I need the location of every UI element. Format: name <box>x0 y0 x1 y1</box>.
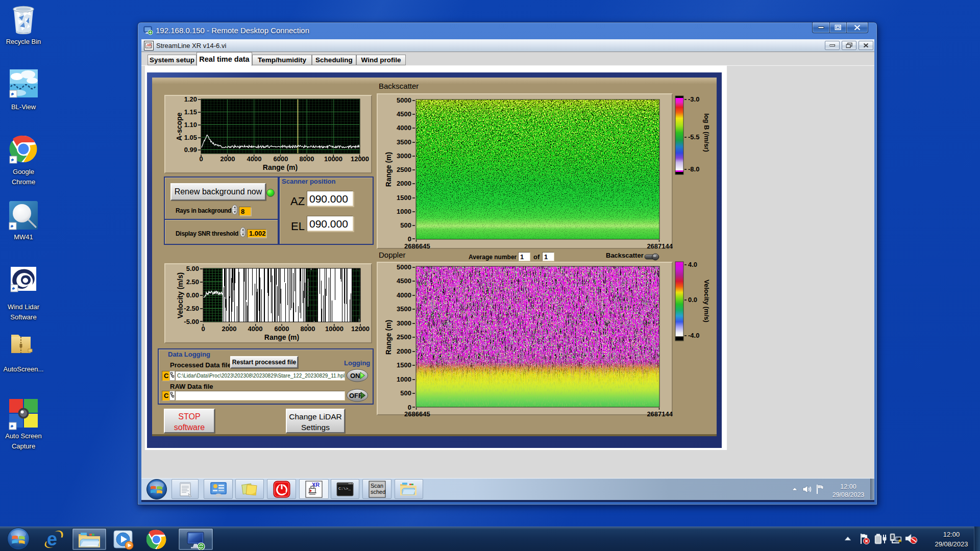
svg-text:1.15: 1.15 <box>184 108 197 116</box>
svg-text:Range (m): Range (m) <box>384 152 393 187</box>
svg-text:2.50: 2.50 <box>186 278 199 286</box>
svg-text:5.00: 5.00 <box>186 265 199 272</box>
svg-text:Range (m): Range (m) <box>263 163 298 171</box>
svg-text:Range (m): Range (m) <box>384 320 393 355</box>
svg-text:1500: 1500 <box>397 361 411 369</box>
svg-text:2000: 2000 <box>397 347 411 355</box>
svg-text:500: 500 <box>400 221 411 229</box>
svg-text:1.20: 1.20 <box>184 95 197 103</box>
svg-text:4500: 4500 <box>397 277 411 285</box>
svg-text:2000: 2000 <box>397 180 411 187</box>
svg-text:4500: 4500 <box>397 110 411 118</box>
svg-text:-5.5: -5.5 <box>688 133 699 141</box>
svg-text:1.05: 1.05 <box>184 134 197 141</box>
svg-text:-4.0: -4.0 <box>688 332 699 339</box>
svg-text:3500: 3500 <box>397 305 411 313</box>
svg-text:4.0: 4.0 <box>688 261 697 268</box>
svg-text:4000: 4000 <box>397 124 411 132</box>
svg-text:1000: 1000 <box>397 375 411 383</box>
svg-text:0.0: 0.0 <box>688 296 697 304</box>
svg-text:A-scope: A-scope <box>175 112 183 140</box>
svg-text:-8.0: -8.0 <box>688 165 699 173</box>
svg-text:3000: 3000 <box>397 319 411 327</box>
svg-text:-5.00: -5.00 <box>184 318 199 325</box>
svg-text:2686645: 2686645 <box>404 242 430 249</box>
svg-text:-3.0: -3.0 <box>688 95 699 103</box>
svg-text:0: 0 <box>201 325 205 333</box>
svg-text:6000: 6000 <box>275 325 289 333</box>
svg-text:!: ! <box>899 541 900 544</box>
svg-text:0.00: 0.00 <box>186 291 199 299</box>
svg-text:8000: 8000 <box>301 325 315 333</box>
svg-text:1.10: 1.10 <box>184 121 197 129</box>
svg-text:2686645: 2686645 <box>404 410 430 417</box>
svg-text:3000: 3000 <box>397 152 411 160</box>
svg-text:ON: ON <box>350 372 360 380</box>
svg-text:-2.50: -2.50 <box>184 305 199 312</box>
svg-text:2500: 2500 <box>397 333 411 341</box>
svg-text:3500: 3500 <box>397 138 411 146</box>
svg-text:4000: 4000 <box>248 325 263 333</box>
svg-text:2500: 2500 <box>397 166 411 173</box>
svg-text:5000: 5000 <box>397 263 411 271</box>
svg-text:e: e <box>47 529 57 549</box>
svg-text:2000: 2000 <box>222 325 237 333</box>
svg-text:2687144: 2687144 <box>647 242 673 249</box>
svg-text:12000: 12000 <box>351 325 370 333</box>
svg-text:500: 500 <box>400 389 411 397</box>
svg-text:0.99: 0.99 <box>184 146 197 154</box>
svg-text:4000: 4000 <box>397 291 411 299</box>
svg-text:Range (m): Range (m) <box>264 333 299 341</box>
svg-text:C:\>_: C:\>_ <box>338 486 351 491</box>
svg-text:1000: 1000 <box>397 208 411 215</box>
svg-text:OFF: OFF <box>349 392 362 399</box>
svg-text:Scan: Scan <box>371 483 383 489</box>
svg-text:5000: 5000 <box>397 96 411 104</box>
svg-text:sched: sched <box>371 489 385 495</box>
svg-text:0: 0 <box>408 235 411 243</box>
svg-text:10000: 10000 <box>325 325 344 333</box>
svg-text:1500: 1500 <box>397 194 411 202</box>
svg-text:2687144: 2687144 <box>647 410 673 417</box>
svg-text:Velocity (m/s): Velocity (m/s) <box>176 272 184 318</box>
